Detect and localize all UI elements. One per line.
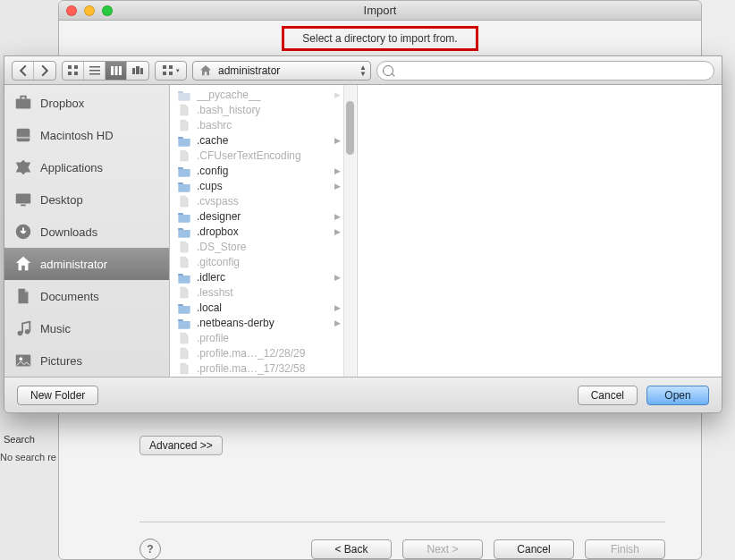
svg-rect-10: [132, 68, 135, 74]
svg-rect-18: [21, 97, 26, 101]
sidebar-item-administrator[interactable]: administrator: [4, 248, 169, 280]
scrollbar[interactable]: [343, 85, 356, 377]
chevron-right-icon: ▶: [334, 166, 341, 175]
file-icon: [177, 256, 191, 268]
coverflow-view-icon[interactable]: [127, 62, 148, 80]
sidebar-item-applications[interactable]: Applications: [4, 151, 169, 183]
folder-row[interactable]: .config ▶: [170, 163, 357, 178]
file-name: .cvspass: [197, 195, 239, 208]
svg-rect-5: [89, 70, 100, 72]
file-row: .bash_history: [170, 102, 357, 117]
sidebar-item-music[interactable]: Music: [4, 312, 169, 344]
file-name: .designer: [197, 210, 241, 223]
icon-view-icon[interactable]: [63, 62, 84, 80]
downloads-icon: [13, 222, 33, 242]
back-nav-icon[interactable]: [13, 62, 34, 80]
sidebar: Dropbox Macintosh HD Applications Deskto…: [4, 85, 170, 377]
scrollbar-thumb[interactable]: [346, 101, 354, 155]
file-icon: [177, 362, 191, 375]
file-list[interactable]: __pycache__ ▶ .bash_history .bashrc .cac…: [170, 85, 357, 377]
chevron-right-icon: ▶: [334, 136, 341, 145]
folder-row[interactable]: .netbeans-derby ▶: [170, 315, 357, 330]
file-name: .profile.ma…_17/32/58: [197, 362, 305, 375]
file-name: .dropbox: [197, 225, 239, 238]
sidebar-item-label: Downloads: [40, 225, 97, 239]
file-name: .profile.ma…_12/28/29: [197, 347, 305, 360]
documents-icon: [13, 286, 33, 306]
file-icon: [177, 119, 191, 132]
folder-row: __pycache__ ▶: [170, 87, 357, 102]
sidebar-item-label: Macintosh HD: [40, 129, 114, 142]
folder-row[interactable]: .designer ▶: [170, 208, 357, 224]
svg-rect-9: [119, 66, 122, 75]
sidebar-item-label: Pictures: [40, 354, 82, 368]
finish-button: Finish: [585, 539, 665, 559]
list-view-icon[interactable]: [84, 62, 106, 80]
file-open-sheet: ▾ administrator ▲▼ Dropbox Macintosh HD …: [4, 55, 722, 413]
sidebar-item-documents[interactable]: Documents: [4, 280, 169, 312]
svg-rect-3: [74, 72, 78, 75]
dialog-cancel-button[interactable]: Cancel: [578, 386, 638, 405]
sidebar-item-pictures[interactable]: Pictures: [4, 344, 169, 377]
folder-row[interactable]: .cache ▶: [170, 132, 357, 148]
open-button[interactable]: Open: [646, 386, 709, 405]
svg-rect-14: [169, 65, 173, 69]
chevron-updown-icon: ▲▼: [359, 64, 367, 77]
import-body: Advanced >> ? < Back Next > Cancel Finis…: [139, 412, 665, 560]
folder-icon: [177, 165, 191, 177]
column-view-icon[interactable]: [106, 62, 127, 80]
file-name: .profile: [197, 332, 229, 344]
sidebar-item-downloads[interactable]: Downloads: [4, 216, 169, 248]
arrange-menu[interactable]: ▾: [155, 61, 187, 81]
view-mode-group[interactable]: [62, 61, 149, 81]
folder-row[interactable]: .idlerc ▶: [170, 269, 357, 284]
chevron-right-icon: ▶: [334, 182, 341, 191]
sidebar-item-label: Desktop: [40, 193, 83, 207]
svg-rect-11: [136, 66, 139, 74]
instruction-area: Select a directory to import from.: [59, 21, 701, 56]
folder-row[interactable]: .cups ▶: [170, 178, 357, 193]
sidebar-item-macintosh-hd[interactable]: Macintosh HD: [4, 119, 169, 151]
hdd-icon: [13, 125, 33, 145]
folder-row[interactable]: .dropbox ▶: [170, 224, 357, 239]
chevron-right-icon: ▶: [334, 318, 341, 327]
file-name: .idlerc: [197, 271, 225, 284]
folder-icon: [177, 134, 191, 147]
pictures-icon: [13, 351, 33, 370]
file-icon: [177, 347, 191, 360]
sidebar-item-label: administrator: [40, 258, 107, 271]
file-row: .profile.ma…_12/28/29: [170, 345, 357, 361]
dropbox-icon: [13, 93, 33, 113]
path-dropdown[interactable]: administrator ▲▼: [192, 61, 371, 81]
cancel-button[interactable]: Cancel: [494, 539, 574, 559]
chevron-right-icon: ▶: [334, 227, 341, 236]
back-button[interactable]: < Back: [311, 539, 392, 559]
advanced-button[interactable]: Advanced >>: [139, 436, 223, 455]
forward-nav-icon[interactable]: [34, 62, 55, 80]
sidebar-item-dropbox[interactable]: Dropbox: [4, 87, 169, 119]
sidebar-item-label: Documents: [40, 290, 99, 303]
search-input[interactable]: [376, 61, 714, 81]
folder-icon: [177, 89, 191, 101]
nav-back-forward[interactable]: [12, 61, 56, 81]
file-name: .CFUserTextEncoding: [197, 149, 301, 162]
arrange-icon[interactable]: ▾: [156, 62, 186, 80]
help-icon[interactable]: ?: [139, 539, 161, 560]
preview-column: [358, 85, 722, 377]
separator: [139, 522, 665, 522]
no-search-results: No search re: [0, 452, 58, 462]
toolbar: ▾ administrator ▲▼: [4, 56, 722, 85]
file-icon: [177, 241, 191, 253]
apps-icon: [13, 157, 33, 177]
svg-rect-19: [17, 129, 30, 142]
svg-rect-8: [114, 66, 117, 75]
new-folder-button[interactable]: New Folder: [17, 386, 98, 405]
sidebar-item-desktop[interactable]: Desktop: [4, 183, 169, 216]
file-row: .gitconfig: [170, 254, 357, 269]
sheet-footer: New Folder Cancel Open: [4, 377, 722, 412]
svg-rect-20: [17, 137, 30, 139]
titlebar: Import: [59, 1, 701, 21]
folder-row[interactable]: .local ▶: [170, 300, 357, 315]
path-label: administrator: [218, 64, 280, 77]
file-icon: [177, 286, 191, 299]
